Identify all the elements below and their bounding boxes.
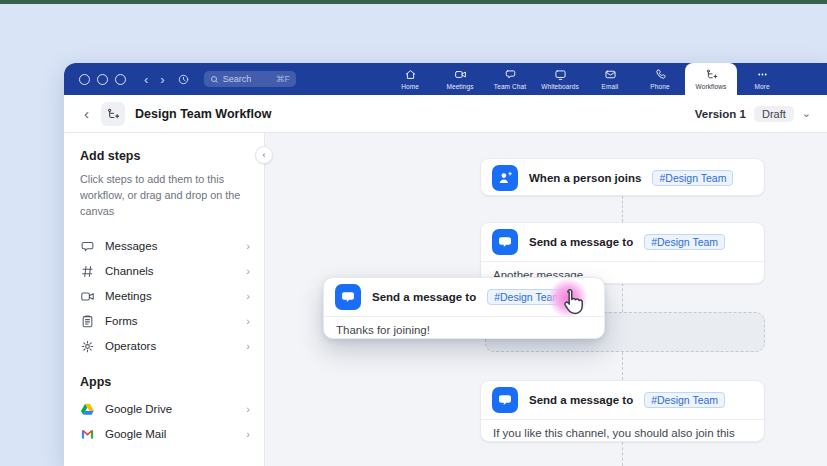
step-body-text: If you like this channel, you should als… bbox=[481, 420, 764, 442]
person-add-icon bbox=[492, 165, 518, 191]
status-badge: Draft bbox=[754, 106, 794, 122]
sidebar-item-forms[interactable]: Forms › bbox=[80, 309, 250, 334]
nav-forward-button[interactable]: › bbox=[154, 73, 170, 86]
sidebar-item-google-drive[interactable]: Google Drive › bbox=[80, 397, 250, 422]
hash-icon bbox=[80, 264, 95, 279]
sidebar-collapse-button[interactable]: ‹ bbox=[255, 146, 273, 164]
chevron-right-icon: › bbox=[246, 290, 250, 302]
nav-back-button[interactable]: ‹ bbox=[138, 73, 154, 86]
search-icon bbox=[210, 75, 219, 84]
workflow-icon bbox=[106, 107, 120, 121]
connector-line bbox=[622, 283, 623, 312]
connector-line bbox=[622, 442, 623, 466]
nav-tab-more[interactable]: More bbox=[737, 63, 787, 95]
search-input[interactable]: Search ⌘F bbox=[204, 71, 296, 87]
envelope-icon bbox=[604, 68, 617, 81]
nav-tab-email[interactable]: Email bbox=[585, 63, 635, 95]
nav-tab-whiteboards[interactable]: Whiteboards bbox=[535, 63, 585, 95]
whiteboard-icon bbox=[554, 68, 567, 81]
sidebar-heading: Add steps bbox=[80, 149, 250, 163]
sidebar-item-meetings[interactable]: Meetings › bbox=[80, 284, 250, 309]
sidebar-description: Click steps to add them to this workflow… bbox=[80, 171, 250, 220]
window-minimize-button[interactable] bbox=[97, 74, 108, 85]
channel-tag[interactable]: #Design Team bbox=[644, 392, 725, 408]
chevron-right-icon: › bbox=[246, 428, 250, 440]
main-nav: Home Meetings Team Chat Whiteboards Emai… bbox=[385, 63, 787, 95]
version-label: Version 1 bbox=[695, 108, 746, 120]
hand-pointer-cursor bbox=[557, 288, 587, 320]
screen-top-edge bbox=[0, 0, 827, 4]
app-window: ‹ › Search ⌘F Home Meetings Team Chat bbox=[64, 63, 827, 466]
chat-bubble-icon bbox=[504, 68, 517, 81]
search-shortcut: ⌘F bbox=[276, 74, 290, 84]
apps-heading: Apps bbox=[80, 375, 250, 389]
back-button[interactable]: ‹ bbox=[84, 105, 89, 122]
window-zoom-button[interactable] bbox=[115, 74, 126, 85]
clipboard-icon bbox=[80, 314, 95, 329]
chevron-right-icon: › bbox=[246, 315, 250, 327]
nav-tab-workflows[interactable]: Workflows bbox=[685, 63, 737, 95]
chat-bubble-icon bbox=[80, 239, 95, 254]
chat-bubble-icon bbox=[492, 229, 518, 255]
chevron-down-icon[interactable]: ⌄ bbox=[802, 107, 811, 120]
gear-icon bbox=[80, 339, 95, 354]
connector-line bbox=[622, 352, 623, 380]
window-controls[interactable] bbox=[79, 74, 126, 85]
step-title: Send a message to bbox=[372, 291, 476, 303]
workflow-step-message-2[interactable]: Send a message to #Design Team If you li… bbox=[480, 380, 765, 442]
channel-tag[interactable]: #Design Team bbox=[652, 170, 733, 186]
step-title: Send a message to bbox=[529, 394, 633, 406]
chat-bubble-icon bbox=[492, 387, 518, 413]
page-title: Design Team Workflow bbox=[135, 107, 271, 121]
phone-icon bbox=[654, 68, 667, 81]
chat-bubble-icon bbox=[335, 284, 361, 310]
more-dots-icon bbox=[756, 68, 769, 81]
connector-line bbox=[622, 196, 623, 222]
nav-tab-phone[interactable]: Phone bbox=[635, 63, 685, 95]
sidebar-item-google-mail[interactable]: Google Mail › bbox=[80, 422, 250, 447]
workflow-icon bbox=[705, 68, 718, 81]
sidebar-item-operators[interactable]: Operators › bbox=[80, 334, 250, 359]
add-steps-sidebar: Add steps Click steps to add them to thi… bbox=[64, 133, 265, 466]
chevron-right-icon: › bbox=[246, 240, 250, 252]
nav-tab-team-chat[interactable]: Team Chat bbox=[485, 63, 535, 95]
nav-tab-meetings[interactable]: Meetings bbox=[435, 63, 485, 95]
google-drive-icon bbox=[80, 402, 95, 417]
chevron-right-icon: › bbox=[246, 265, 250, 277]
step-title: When a person joins bbox=[529, 172, 641, 184]
chevron-right-icon: › bbox=[246, 403, 250, 415]
sidebar-item-channels[interactable]: Channels › bbox=[80, 259, 250, 284]
search-placeholder: Search bbox=[223, 74, 272, 84]
workflow-toolbar: ‹ Design Team Workflow Version 1 Draft ⌄ bbox=[64, 95, 827, 133]
workflow-canvas[interactable]: When a person joins #Design Team Send a … bbox=[265, 133, 827, 466]
video-camera-icon bbox=[80, 289, 95, 304]
window-close-button[interactable] bbox=[79, 74, 90, 85]
nav-tab-home[interactable]: Home bbox=[385, 63, 435, 95]
workflow-step-message-1[interactable]: Send a message to #Design Team Another m… bbox=[480, 222, 765, 284]
workflow-icon-badge bbox=[101, 102, 125, 126]
history-icon[interactable] bbox=[171, 73, 196, 86]
channel-tag[interactable]: #Design Team bbox=[644, 234, 725, 250]
workflow-step-trigger[interactable]: When a person joins #Design Team bbox=[480, 158, 765, 196]
step-title: Send a message to bbox=[529, 236, 633, 248]
video-camera-icon bbox=[454, 68, 467, 81]
sidebar-item-messages[interactable]: Messages › bbox=[80, 234, 250, 259]
home-icon bbox=[404, 68, 417, 81]
google-mail-icon bbox=[80, 427, 95, 442]
topbar: ‹ › Search ⌘F Home Meetings Team Chat bbox=[64, 63, 827, 95]
chevron-right-icon: › bbox=[246, 340, 250, 352]
